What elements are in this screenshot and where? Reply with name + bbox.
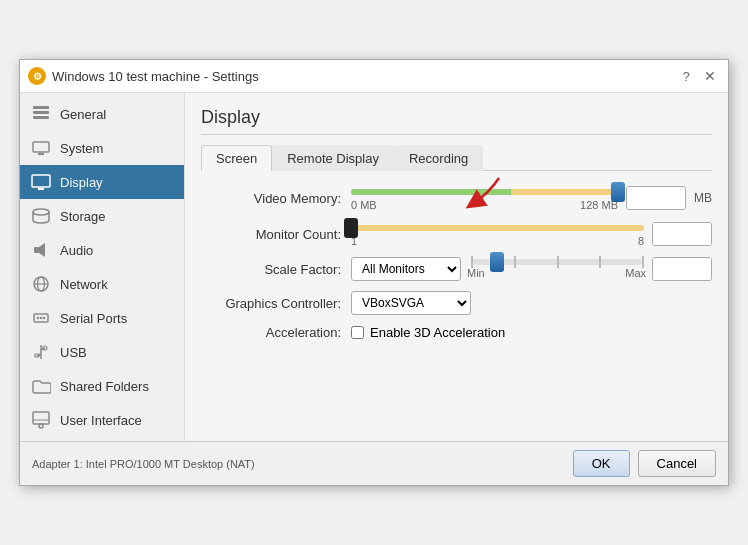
enable-3d-acceleration-label[interactable]: Enable 3D Acceleration (370, 325, 505, 340)
display-label: Display (60, 175, 103, 190)
shared-folders-icon (30, 375, 52, 397)
annotation-arrow (469, 208, 519, 261)
svg-rect-3 (33, 142, 49, 152)
audio-label: Audio (60, 243, 93, 258)
scale-factor-wrapper: All Monitors (351, 257, 712, 281)
svg-rect-0 (33, 106, 49, 109)
video-memory-row: Video Memory: 0 MB 128 MB (201, 185, 712, 211)
red-arrow-svg (469, 208, 519, 258)
video-memory-control: 0 MB 128 MB ▲ ▼ MB (351, 185, 712, 211)
monitor-count-label: Monitor Count: (201, 227, 351, 242)
svg-point-7 (33, 209, 49, 215)
network-label: Network (60, 277, 108, 292)
storage-label: Storage (60, 209, 106, 224)
monitor-count-slider-wrapper: 1 8 ▲ ▼ (351, 221, 712, 247)
tick-4 (642, 256, 644, 268)
ok-button[interactable]: OK (573, 450, 630, 477)
sidebar-item-network[interactable]: Network (20, 267, 184, 301)
acceleration-checkbox-row: Enable 3D Acceleration (351, 325, 712, 340)
tab-recording[interactable]: Recording (394, 145, 483, 171)
video-memory-slider-wrapper: 0 MB 128 MB ▲ ▼ MB (351, 185, 712, 211)
graphics-controller-label: Graphics Controller: (201, 296, 351, 311)
monitor-count-spinbox[interactable]: ▲ ▼ (652, 222, 712, 246)
tab-remote-display[interactable]: Remote Display (272, 145, 394, 171)
panel-title: Display (201, 107, 712, 135)
display-icon (30, 171, 52, 193)
cancel-button[interactable]: Cancel (638, 450, 716, 477)
sidebar-item-storage[interactable]: Storage (20, 199, 184, 233)
enable-3d-acceleration-checkbox[interactable] (351, 326, 364, 339)
tick-2 (557, 256, 559, 268)
app-icon: ⚙ (28, 67, 46, 85)
scale-factor-label: Scale Factor: (201, 262, 351, 277)
svg-rect-2 (33, 116, 49, 119)
settings-window: ⚙ Windows 10 test machine - Settings ? ✕… (19, 59, 729, 486)
sidebar-item-shared-folders[interactable]: Shared Folders (20, 369, 184, 403)
graphics-controller-row: Graphics Controller: VBoxSVGA (201, 291, 712, 315)
svg-point-13 (37, 317, 39, 319)
graphics-controller-control: VBoxSVGA (351, 291, 712, 315)
sidebar-item-system[interactable]: System (20, 131, 184, 165)
sidebar-item-user-interface[interactable]: User Interface (20, 403, 184, 437)
monitor-count-value[interactable] (653, 223, 712, 245)
acceleration-control: Enable 3D Acceleration (351, 325, 712, 340)
scale-factor-control: All Monitors (351, 257, 712, 281)
svg-rect-1 (33, 111, 49, 114)
titlebar: ⚙ Windows 10 test machine - Settings ? ✕ (20, 60, 728, 93)
video-memory-spinbox[interactable]: ▲ ▼ (626, 186, 686, 210)
sidebar-item-audio[interactable]: Audio (20, 233, 184, 267)
adapter-status: Adapter 1: Intel PRO/1000 MT Desktop (NA… (32, 458, 565, 470)
acceleration-label: Acceleration: (201, 325, 351, 340)
video-memory-unit: MB (694, 191, 712, 205)
sidebar-item-general[interactable]: General (20, 97, 184, 131)
acceleration-row: Acceleration: Enable 3D Acceleration (201, 325, 712, 340)
scale-factor-dropdown[interactable]: All Monitors (351, 257, 461, 281)
main-panel: Display Screen Remote Display Recording … (185, 93, 728, 441)
usb-icon (30, 341, 52, 363)
sidebar-item-usb[interactable]: USB (20, 335, 184, 369)
help-button[interactable]: ? (676, 66, 696, 86)
monitor-count-control: 1 8 ▲ ▼ (351, 221, 712, 247)
user-interface-label: User Interface (60, 413, 142, 428)
tick-3 (599, 256, 601, 268)
close-button[interactable]: ✕ (700, 66, 720, 86)
scale-factor-value[interactable] (653, 258, 712, 280)
system-icon (30, 137, 52, 159)
monitor-thumb[interactable] (344, 218, 358, 238)
audio-icon (30, 239, 52, 261)
general-icon (30, 103, 52, 125)
footer: Adapter 1: Intel PRO/1000 MT Desktop (NA… (20, 441, 728, 485)
graphics-controller-dropdown[interactable]: VBoxSVGA (351, 291, 471, 315)
video-memory-value[interactable] (627, 187, 686, 209)
network-icon (30, 273, 52, 295)
serial-ports-icon (30, 307, 52, 329)
sidebar: General System Display Storage (20, 93, 185, 441)
user-interface-icon (30, 409, 52, 431)
svg-point-23 (39, 424, 43, 428)
scale-factor-row: Scale Factor: All Monitors (201, 257, 712, 281)
svg-rect-4 (38, 153, 44, 155)
scale-factor-slider[interactable]: Min Max (467, 259, 646, 279)
sidebar-item-display[interactable]: Display (20, 165, 184, 199)
svg-rect-21 (33, 412, 49, 424)
usb-label: USB (60, 345, 87, 360)
storage-icon (30, 205, 52, 227)
window-title: Windows 10 test machine - Settings (52, 69, 670, 84)
video-memory-label: Video Memory: (201, 191, 351, 206)
svg-rect-6 (38, 188, 44, 190)
system-label: System (60, 141, 103, 156)
tabs-bar: Screen Remote Display Recording (201, 145, 712, 171)
general-label: General (60, 107, 106, 122)
content-area: General System Display Storage (20, 93, 728, 441)
tab-screen[interactable]: Screen (201, 145, 272, 171)
scale-factor-spinbox[interactable]: ▲ ▼ (652, 257, 712, 281)
svg-rect-8 (34, 247, 39, 253)
titlebar-controls: ? ✕ (676, 66, 720, 86)
serial-ports-label: Serial Ports (60, 311, 127, 326)
svg-point-14 (40, 317, 42, 319)
video-memory-thumb[interactable] (611, 182, 625, 202)
shared-folders-label: Shared Folders (60, 379, 149, 394)
sidebar-item-serial-ports[interactable]: Serial Ports (20, 301, 184, 335)
svg-point-15 (43, 317, 45, 319)
monitor-count-row: Monitor Count: 1 8 (201, 221, 712, 247)
